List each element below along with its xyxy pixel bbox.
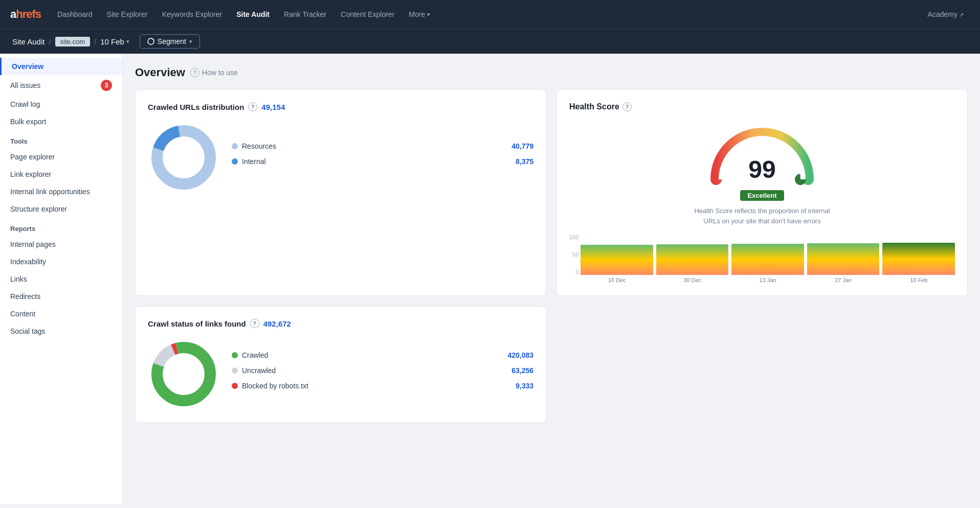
- section-tools: Tools: [0, 130, 122, 148]
- chart-with-y: 100 50 0: [569, 234, 955, 283]
- sidebar-item-overview[interactable]: Overview: [0, 58, 122, 75]
- sidebar-item-internal-pages[interactable]: Internal pages: [0, 236, 122, 253]
- crawled-urls-help-icon[interactable]: ?: [248, 102, 257, 111]
- sidebar-item-all-issues[interactable]: All issues 3: [0, 75, 122, 96]
- breadcrumb-date[interactable]: 10 Feb: [100, 37, 129, 46]
- nav-more[interactable]: More: [403, 6, 436, 22]
- chart-label-4: 10 Feb: [882, 277, 955, 283]
- breadcrumb-site[interactable]: site.com: [55, 37, 90, 47]
- sidebar-item-link-explorer[interactable]: Link explorer: [0, 166, 122, 183]
- cards-row-top: Crawled URLs distribution ? 49,154: [135, 89, 968, 296]
- legend-resources: Resources 40,779: [232, 142, 533, 150]
- internal-dot: [232, 158, 238, 165]
- crawled-urls-chart-area: Resources 40,779 Internal 8,375: [148, 122, 533, 193]
- bar-col-2: [731, 234, 804, 275]
- sidebar-item-social-tags[interactable]: Social tags: [0, 322, 122, 340]
- y-axis: 100 50 0: [569, 234, 581, 275]
- second-row: Crawl status of links found ? 492,672: [135, 306, 968, 423]
- crawl-status-card: Crawl status of links found ? 492,672: [135, 306, 546, 423]
- page-title: Overview: [135, 66, 185, 79]
- legend-crawled: Crawled 420,083: [232, 351, 533, 359]
- breadcrumb-sep1: /: [49, 37, 51, 46]
- sidebar-item-bulk-export[interactable]: Bulk export: [0, 113, 122, 130]
- crawled-value[interactable]: 420,083: [507, 351, 533, 359]
- main-content: Overview ? How to use Crawled URLs distr…: [123, 54, 980, 504]
- sidebar: Overview All issues 3 Crawl log Bulk exp…: [0, 54, 123, 504]
- sidebar-item-page-explorer[interactable]: Page explorer: [0, 148, 122, 166]
- crawl-status-donut: [148, 338, 219, 410]
- chart-label-2: 13 Jan: [731, 277, 804, 283]
- bar-1: [656, 244, 729, 275]
- bar-col-4: [882, 234, 955, 275]
- nav-content-explorer[interactable]: Content Explorer: [335, 6, 400, 22]
- health-gauge: 99: [706, 121, 818, 187]
- sidebar-item-redirects[interactable]: Redirects: [0, 288, 122, 305]
- resources-dot: [232, 143, 238, 149]
- sidebar-item-links[interactable]: Links: [0, 270, 122, 288]
- uncrawled-value[interactable]: 63,256: [511, 366, 533, 375]
- svg-point-3: [164, 137, 204, 177]
- breadcrumb-root: Site Audit: [12, 37, 44, 46]
- crawled-urls-card: Crawled URLs distribution ? 49,154: [135, 89, 546, 296]
- bar-col-0: [581, 234, 653, 275]
- how-to-use[interactable]: ? How to use: [190, 68, 238, 77]
- crawl-status-total[interactable]: 492,672: [263, 319, 291, 328]
- sidebar-item-crawl-log[interactable]: Crawl log: [0, 96, 122, 113]
- health-mini-chart: 100 50 0: [569, 234, 955, 283]
- bar-2: [731, 244, 804, 275]
- legend-blocked: Blocked by robots.txt 9,333: [232, 382, 533, 390]
- uncrawled-dot: [232, 367, 238, 374]
- chart-label-3: 27 Jan: [807, 277, 880, 283]
- logo[interactable]: ahrefs: [10, 8, 41, 21]
- blocked-value[interactable]: 9,333: [516, 382, 533, 390]
- chart-label-0: 16 Dec: [581, 277, 653, 283]
- bar-0: [581, 245, 653, 275]
- crawl-status-help-icon[interactable]: ?: [250, 319, 259, 328]
- segment-label: Segment: [158, 37, 186, 45]
- svg-point-7: [164, 354, 204, 394]
- chart-label-1: 30 Dec: [656, 277, 729, 283]
- breadcrumb-bar: Site Audit / site.com / 10 Feb Segment: [0, 29, 980, 54]
- sidebar-item-indexability[interactable]: Indexability: [0, 253, 122, 270]
- health-score-description: Health Score reflects the proportion of …: [685, 206, 839, 226]
- crawled-urls-legend: Resources 40,779 Internal 8,375: [232, 142, 533, 173]
- nav-site-audit[interactable]: Site Audit: [230, 6, 276, 22]
- crawled-urls-total[interactable]: 49,154: [261, 103, 285, 111]
- health-score-number: 99: [748, 157, 775, 182]
- crawl-status-title: Crawl status of links found ? 492,672: [148, 319, 533, 328]
- sidebar-item-structure-explorer[interactable]: Structure explorer: [0, 200, 122, 218]
- bar-4: [882, 243, 955, 275]
- health-score-card: Health Score ?: [556, 89, 968, 296]
- nav-keywords-explorer[interactable]: Keywords Explorer: [156, 6, 229, 22]
- bar-col-1: [656, 234, 729, 275]
- nav-rank-tracker[interactable]: Rank Tracker: [278, 6, 332, 22]
- resources-value[interactable]: 40,779: [511, 142, 533, 150]
- mini-bars: [581, 234, 955, 275]
- segment-icon: [147, 38, 154, 45]
- page-header: Overview ? How to use: [135, 66, 968, 79]
- nav-site-explorer[interactable]: Site Explorer: [101, 6, 154, 22]
- section-reports: Reports: [0, 218, 122, 236]
- sidebar-item-content[interactable]: Content: [0, 305, 122, 322]
- blocked-dot: [232, 383, 238, 389]
- top-nav: ahrefs Dashboard Site Explorer Keywords …: [0, 0, 980, 29]
- sidebar-item-internal-link-opportunities[interactable]: Internal link opportunities: [0, 183, 122, 200]
- segment-button[interactable]: Segment: [140, 34, 200, 49]
- crawl-status-chart-area: Crawled 420,083 Uncrawled 63,256: [148, 338, 533, 410]
- crawled-dot: [232, 352, 238, 358]
- nav-dashboard[interactable]: Dashboard: [51, 6, 99, 22]
- breadcrumb-sep2: /: [94, 37, 96, 46]
- main-layout: Overview All issues 3 Crawl log Bulk exp…: [0, 54, 980, 504]
- crawled-urls-title: Crawled URLs distribution ? 49,154: [148, 102, 533, 111]
- health-score-help-icon[interactable]: ?: [622, 102, 632, 111]
- internal-value[interactable]: 8,375: [516, 157, 533, 166]
- nav-academy[interactable]: Academy: [922, 6, 970, 22]
- help-icon: ?: [190, 68, 199, 77]
- bar-col-3: [807, 234, 880, 275]
- crawled-urls-donut: [148, 122, 219, 193]
- legend-uncrawled: Uncrawled 63,256: [232, 366, 533, 375]
- health-score-title: Health Score ?: [569, 102, 632, 111]
- excellent-badge: Excellent: [740, 190, 784, 201]
- crawl-status-legend: Crawled 420,083 Uncrawled 63,256: [232, 351, 533, 397]
- bar-3: [807, 243, 880, 275]
